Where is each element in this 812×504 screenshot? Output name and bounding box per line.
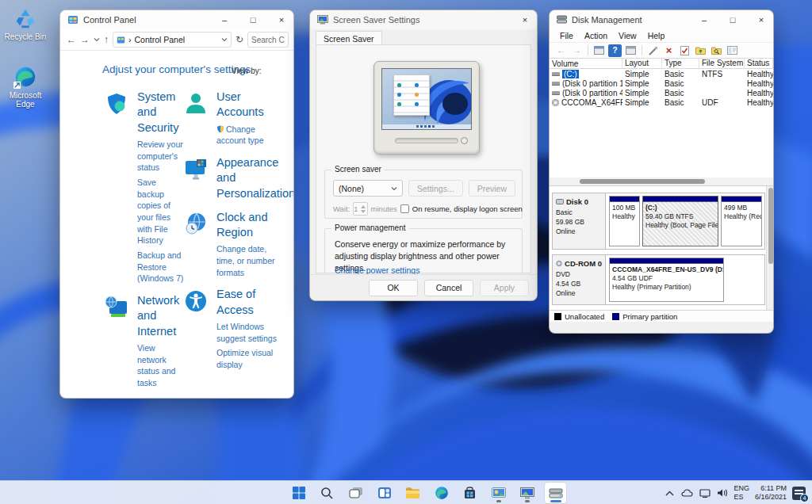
cancel-button[interactable]: Cancel	[424, 280, 473, 296]
menu-view[interactable]: View	[613, 31, 642, 40]
toolbar-delete-icon[interactable]: ×	[662, 44, 676, 57]
category-title[interactable]: Ease of Access	[216, 288, 255, 315]
toolbar-console2-icon[interactable]	[624, 44, 638, 57]
close-button[interactable]: ×	[513, 11, 537, 29]
scrollbar-thumb[interactable]	[768, 188, 773, 264]
settings-button[interactable]: Settings...	[408, 180, 463, 197]
control-panel-titlebar[interactable]: Control Panel – □ ×	[60, 10, 293, 29]
search-input[interactable]	[247, 32, 289, 48]
shield-icon[interactable]	[104, 91, 129, 116]
network-globe-icon[interactable]	[104, 295, 129, 320]
volume-icon[interactable]	[716, 487, 728, 499]
back-icon[interactable]: ←	[67, 34, 76, 45]
partition-c[interactable]: (C:)59.40 GB NTFSHealthy (Boot, Page Fil…	[642, 196, 718, 246]
menu-help[interactable]: Help	[642, 31, 671, 40]
up-icon[interactable]: ↑	[104, 34, 109, 45]
category-link[interactable]: Review your computer's status	[137, 139, 185, 174]
maximize-button[interactable]: □	[721, 11, 745, 29]
clock-date[interactable]: 6:11 PM 6/16/2021	[755, 484, 787, 502]
category-link[interactable]: Let Windows suggest settings	[216, 321, 283, 344]
screensaver-titlebar[interactable]: Screen Saver Settings ×	[310, 10, 537, 29]
forward-icon[interactable]: →	[80, 34, 90, 45]
maximize-button[interactable]: □	[241, 11, 265, 29]
toolbar-folder-up-icon[interactable]	[694, 44, 707, 57]
control-panel-taskbar-button[interactable]	[488, 483, 509, 503]
toolbar-wand-icon[interactable]	[646, 44, 660, 57]
language-indicator[interactable]: ENG ES	[733, 484, 749, 502]
disk0-label[interactable]: Disk 0 Basic 59.98 GB Online	[553, 193, 606, 249]
category-title[interactable]: Appearance and Personalization	[216, 156, 294, 200]
address-bar[interactable]: › Control Panel	[113, 32, 232, 48]
toolbar-forward-icon[interactable]: →	[570, 44, 584, 57]
logon-checkbox-label[interactable]: On resume, display logon screen	[412, 204, 523, 213]
table-row[interactable]: (Disk 0 partition 4) Simple Basic Health…	[550, 88, 773, 97]
category-link[interactable]: Save backup copies of your files with Fi…	[137, 177, 185, 246]
category-title[interactable]: Clock and Region	[216, 211, 267, 239]
toolbar-console-icon[interactable]	[592, 44, 606, 57]
table-header[interactable]: Volume Layout Type File System Status	[550, 59, 773, 69]
toolbar-checkdoc-icon[interactable]	[678, 44, 691, 57]
spin-up-icon[interactable]	[361, 205, 366, 208]
category-link-change-account-type[interactable]: Change account type	[216, 124, 283, 147]
apply-button[interactable]: Apply	[480, 280, 529, 296]
disk-management-taskbar-button[interactable]	[545, 483, 566, 503]
breadcrumb-chevron-icon[interactable]	[221, 36, 228, 43]
vertical-scrollbar[interactable]	[766, 186, 773, 310]
category-title[interactable]: User Accounts	[216, 90, 264, 118]
toolbar-properties-icon[interactable]	[726, 44, 739, 57]
start-button[interactable]	[288, 483, 309, 503]
breadcrumb[interactable]: Control Panel	[135, 35, 186, 44]
onedrive-cloud-icon[interactable]	[681, 487, 693, 499]
clock-globe-icon[interactable]	[183, 212, 209, 237]
logon-checkbox[interactable]	[400, 204, 409, 213]
view-by-label[interactable]: View by:	[232, 67, 262, 75]
screensaver-dropdown[interactable]: (None)	[333, 180, 403, 197]
widgets-button[interactable]	[373, 483, 395, 503]
wait-spinner[interactable]: 1	[353, 202, 367, 216]
task-view-button[interactable]	[345, 483, 366, 503]
microsoft-store-button[interactable]	[459, 483, 481, 503]
desktop-icon-microsoft-edge[interactable]: Microsoft Edge	[3, 65, 48, 109]
monitor-palette-icon[interactable]	[183, 157, 209, 182]
ok-button[interactable]: OK	[369, 280, 418, 296]
partition-recovery[interactable]: 499 MBHealthy (Rec	[721, 196, 762, 246]
minimize-button[interactable]: –	[213, 11, 236, 29]
user-icon[interactable]	[183, 91, 209, 116]
file-explorer-button[interactable]	[402, 483, 423, 503]
category-link[interactable]: Change date, time, or number formats	[216, 243, 283, 278]
edge-button[interactable]	[431, 483, 452, 503]
category-link[interactable]: View network status and tasks	[137, 342, 185, 389]
desktop-icon-recycle-bin[interactable]: Recycle Bin	[3, 6, 48, 41]
table-row[interactable]: (Disk 0 partition 1) Simple Basic Health…	[550, 78, 773, 88]
partition-dvd[interactable]: CCCOMA_X64FRE_EN-US_DV9 (D:)4.54 GB UDFH…	[609, 258, 724, 302]
ease-of-access-icon[interactable]	[183, 288, 209, 314]
category-link[interactable]: Backup and Restore (Windows 7)	[137, 250, 185, 284]
minimize-button[interactable]: –	[692, 11, 716, 29]
partition-system[interactable]: 100 MBHealthy	[609, 196, 640, 246]
table-row[interactable]: (C:) Simple Basic NTFS Healthy	[550, 69, 773, 78]
close-button[interactable]: ×	[749, 11, 773, 29]
category-title[interactable]: System and Security	[137, 90, 178, 134]
tab-screen-saver[interactable]: Screen Saver	[316, 31, 382, 45]
table-row[interactable]: CCCOMA_X64FRE... Simple Basic UDF Health…	[550, 97, 773, 107]
toolbar-back-icon[interactable]: ←	[554, 44, 568, 57]
toolbar-folder-search-icon[interactable]	[710, 44, 723, 57]
cdrom-label[interactable]: CD-ROM 0 DVD 4.54 GB Online	[553, 255, 606, 304]
menu-file[interactable]: File	[554, 31, 579, 40]
notification-center-button[interactable]: 4	[792, 487, 806, 500]
refresh-icon[interactable]: ↻	[236, 34, 243, 45]
toolbar-help-icon[interactable]: ?	[608, 44, 622, 57]
scrollbar-thumb[interactable]	[580, 179, 705, 184]
history-chevron-icon[interactable]	[94, 36, 100, 43]
category-title[interactable]: Network and Internet	[137, 294, 179, 338]
disk-management-titlebar[interactable]: Disk Management – □ ×	[550, 10, 773, 29]
preview-button[interactable]: Preview	[469, 180, 515, 197]
close-button[interactable]: ×	[270, 11, 293, 29]
network-icon[interactable]	[699, 487, 710, 499]
menu-action[interactable]: Action	[579, 31, 613, 40]
spin-down-icon[interactable]	[361, 210, 366, 213]
horizontal-scrollbar[interactable]	[550, 178, 773, 185]
tray-chevron-icon[interactable]	[664, 487, 676, 499]
search-button[interactable]	[316, 483, 338, 503]
screensaver-taskbar-button[interactable]	[516, 483, 538, 503]
